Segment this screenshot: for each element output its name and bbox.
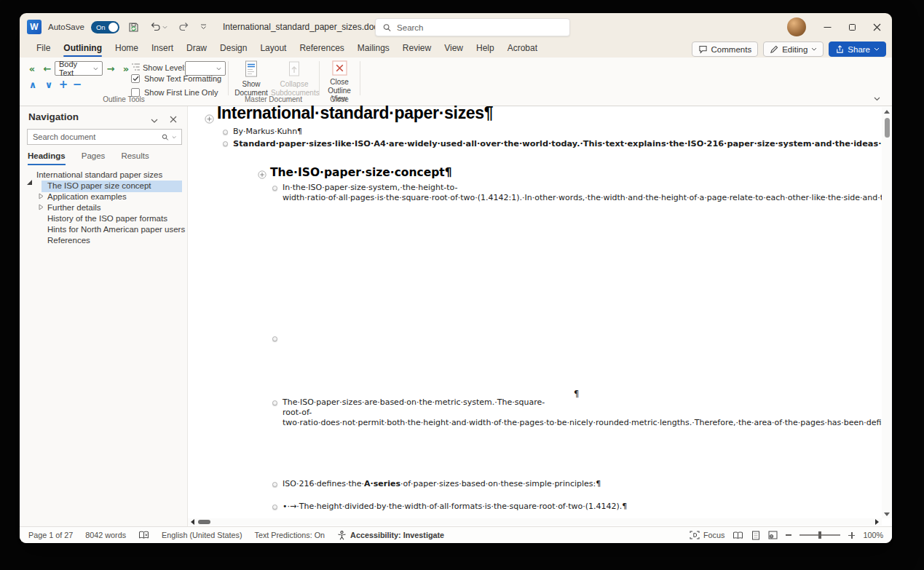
body-text[interactable]: The·ISO·paper·sizes·are·based·on·the·met… <box>283 397 892 427</box>
language-indicator[interactable]: English (United States) <box>162 531 242 539</box>
horizontal-scrollbar[interactable] <box>188 518 882 526</box>
collapse-ribbon-button[interactable] <box>874 91 880 104</box>
outline-level-dropdown[interactable]: Body Text <box>55 61 103 76</box>
search-bar[interactable] <box>375 18 570 36</box>
heading2-text[interactable]: The·ISO·paper·size·concept¶ <box>270 166 452 179</box>
document-title[interactable]: International_standard_paper_sizes.docx <box>223 22 382 32</box>
zoom-in-button[interactable] <box>848 532 855 539</box>
outline-bullet-icon[interactable] <box>272 186 277 191</box>
heading-expander-collapsed[interactable] <box>39 193 44 199</box>
comments-button[interactable]: Comments <box>692 41 759 57</box>
nav-tab-results[interactable]: Results <box>121 151 149 165</box>
heading-expander-collapsed[interactable] <box>39 204 44 210</box>
document-paragraph[interactable]: The·ISO·paper·size·concept¶ <box>270 167 452 178</box>
promote-button[interactable]: ← <box>41 62 54 75</box>
zoom-slider[interactable] <box>799 534 840 536</box>
nav-search-input[interactable] <box>33 132 159 141</box>
outline-bullet-icon[interactable] <box>272 336 277 341</box>
restore-button[interactable] <box>840 13 864 41</box>
proofing-status-button[interactable] <box>138 531 149 539</box>
heading-expander-expanded[interactable] <box>27 171 32 180</box>
zoom-out-button[interactable] <box>786 534 791 536</box>
nav-search-box[interactable] <box>27 129 182 145</box>
nav-tab-headings[interactable]: Headings <box>28 151 66 165</box>
document-canvas[interactable]: International·standard·paper·sizes¶ By·M… <box>188 106 892 526</box>
demote-button[interactable]: → <box>104 62 117 75</box>
body-text-bold-run[interactable]: A·series <box>364 479 400 488</box>
document-paragraph[interactable]: The·ISO·paper·sizes·are·based·on·the·met… <box>283 397 532 427</box>
outline-bullet-icon[interactable] <box>272 504 277 510</box>
web-layout-button[interactable] <box>768 531 778 539</box>
show-document-button[interactable]: Show Document <box>232 60 270 97</box>
redo-button[interactable] <box>176 18 191 36</box>
heading1-text[interactable]: International·standard·paper·sizes¶ <box>217 103 493 122</box>
tab-insert[interactable]: Insert <box>145 41 180 58</box>
tab-acrobat[interactable]: Acrobat <box>501 41 544 58</box>
scroll-up-arrow[interactable] <box>884 110 890 114</box>
body-text[interactable]: ISO·216·defines·the· <box>283 479 364 488</box>
tab-home[interactable]: Home <box>108 41 145 58</box>
save-button[interactable] <box>126 18 141 36</box>
tab-draw[interactable]: Draw <box>180 41 213 58</box>
zoom-level[interactable]: 100% <box>863 531 883 539</box>
nav-heading-item[interactable]: Hints for North American paper users <box>47 225 185 234</box>
tab-help[interactable]: Help <box>470 41 501 58</box>
show-text-formatting-checkbox[interactable]: Show Text Formatting <box>131 74 221 83</box>
outline-plus-icon[interactable] <box>205 114 214 124</box>
navigation-close-button[interactable] <box>170 113 177 126</box>
document-paragraph[interactable]: ISO·216·defines·the·A·series·of·paper·si… <box>283 479 532 489</box>
scroll-left-arrow[interactable] <box>191 519 194 525</box>
print-layout-button[interactable] <box>751 531 760 540</box>
page-indicator[interactable]: Page 1 of 27 <box>28 531 73 539</box>
body-text[interactable]: In·the·ISO·paper·size·system,·the·height… <box>283 183 892 202</box>
nav-heading-item[interactable]: References <box>47 236 90 245</box>
quick-access-toolbar-button[interactable] <box>198 18 209 36</box>
text-predictions-indicator[interactable]: Text Predictions: On <box>254 531 325 539</box>
focus-mode-button[interactable]: Focus <box>690 531 724 539</box>
nav-heading-item[interactable]: History of the ISO paper formats <box>47 214 167 223</box>
document-paragraph[interactable]: •·→·The·height·divided·by·the·width·of·a… <box>283 502 532 512</box>
read-mode-button[interactable] <box>733 531 743 539</box>
nav-tab-pages[interactable]: Pages <box>82 151 106 165</box>
outline-bullet-icon[interactable] <box>272 482 277 487</box>
document-paragraph[interactable]: In·the·ISO·paper·size·system,·the·height… <box>283 183 532 204</box>
horizontal-scrollbar-thumb[interactable] <box>198 520 210 524</box>
show-level-dropdown[interactable] <box>185 61 226 76</box>
body-text-bold[interactable]: Standard·paper·sizes·like·ISO·A4·are·wid… <box>233 139 892 149</box>
undo-button[interactable] <box>148 18 170 36</box>
account-avatar[interactable] <box>787 17 806 36</box>
vertical-scrollbar-thumb[interactable] <box>885 118 890 138</box>
tab-view[interactable]: View <box>438 41 470 58</box>
body-text[interactable]: By·Markus·Kuhn¶ <box>233 127 302 136</box>
tab-design[interactable]: Design <box>213 41 253 58</box>
document-paragraph[interactable]: Standard·paper·sizes·like·ISO·A4·are·wid… <box>233 138 518 149</box>
word-count[interactable]: 8042 words <box>85 531 126 539</box>
vertical-scrollbar[interactable] <box>882 107 892 518</box>
word-logo-icon[interactable]: W <box>27 20 42 34</box>
close-button[interactable] <box>864 13 889 41</box>
accessibility-status[interactable]: Accessibility: Investigate <box>337 531 444 540</box>
body-text[interactable]: ·of·paper·sizes·based·on·these·simple·pr… <box>400 479 601 488</box>
nav-heading-item-selected[interactable]: The ISO paper size concept <box>47 181 151 190</box>
body-text[interactable]: •·→·The·height·divided·by·the·width·of·a… <box>283 502 627 511</box>
minimize-button[interactable] <box>815 13 840 41</box>
tab-file[interactable]: File <box>30 41 57 58</box>
tab-layout[interactable]: Layout <box>253 41 293 58</box>
nav-heading-item[interactable]: Further details <box>47 203 101 212</box>
outline-bullet-icon[interactable] <box>223 130 228 135</box>
nav-heading-item[interactable]: Application examples <box>47 192 127 201</box>
autosave-toggle[interactable]: On <box>91 21 119 33</box>
expand-button[interactable]: + <box>58 79 69 90</box>
move-down-button[interactable]: ∨ <box>43 79 55 90</box>
tab-review[interactable]: Review <box>396 41 438 58</box>
promote-to-heading1-button[interactable]: « <box>25 62 39 75</box>
outline-plus-icon[interactable] <box>258 170 266 179</box>
document-paragraph[interactable]: By·Markus·Kuhn¶ <box>233 127 302 137</box>
move-up-button[interactable]: ∧ <box>27 79 39 90</box>
scroll-down-arrow[interactable] <box>884 512 890 516</box>
navigation-options-button[interactable] <box>151 113 158 126</box>
tab-mailings[interactable]: Mailings <box>351 41 396 58</box>
tab-references[interactable]: References <box>293 41 350 58</box>
search-input[interactable] <box>397 23 562 32</box>
document-paragraph[interactable]: International·standard·paper·sizes¶ <box>217 108 493 118</box>
